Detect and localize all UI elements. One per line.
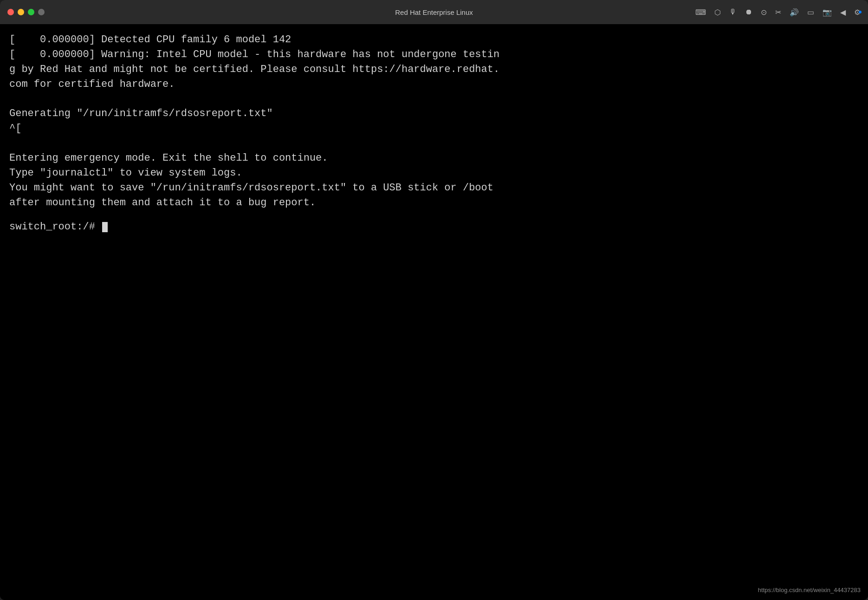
terminal-content[interactable]: [ 0.000000] Detected CPU family 6 model … xyxy=(0,24,868,600)
cursor xyxy=(102,222,108,232)
footer-url: https://blog.csdn.net/weixin_44437283 xyxy=(758,587,861,593)
disabled-button xyxy=(38,9,45,15)
camera-icon-wrapper: 📷 xyxy=(823,8,832,17)
terminal-output: [ 0.000000] Detected CPU family 6 model … xyxy=(9,33,859,210)
close-button[interactable] xyxy=(7,9,14,15)
ipad-icon[interactable]: ▭ xyxy=(807,8,814,17)
notification-dot xyxy=(859,11,862,13)
target-icon[interactable]: ⊙ xyxy=(761,8,767,17)
back-icon[interactable]: ◀ xyxy=(840,8,846,17)
cursor-space xyxy=(95,220,101,235)
maximize-button[interactable] xyxy=(28,9,34,15)
prompt-text: switch_root:/# xyxy=(9,220,95,235)
titlebar: Red Hat Enterprise Linux ⌨ ⬡ 🎙 ⏺ ⊙ ✂ 🔊 ▭… xyxy=(0,0,868,24)
camera-icon[interactable]: 📷 xyxy=(823,8,832,17)
record-icon[interactable]: ⏺ xyxy=(745,8,752,16)
keyboard-icon[interactable]: ⌨ xyxy=(695,8,706,17)
scissors-icon[interactable]: ✂ xyxy=(775,8,781,17)
titlebar-icons: ⌨ ⬡ 🎙 ⏺ ⊙ ✂ 🔊 ▭ 📷 ◀ ⚙ xyxy=(695,8,861,17)
microphone-icon[interactable]: 🎙 xyxy=(729,8,737,16)
minimize-button[interactable] xyxy=(18,9,24,15)
traffic-lights xyxy=(7,9,45,15)
prompt-line: switch_root:/# xyxy=(9,220,859,235)
window-title: Red Hat Enterprise Linux xyxy=(395,8,473,16)
settings-icon-wrapper: ⚙ xyxy=(854,8,861,17)
processor-icon[interactable]: ⬡ xyxy=(714,8,721,17)
volume-icon[interactable]: 🔊 xyxy=(790,8,799,17)
terminal-window: Red Hat Enterprise Linux ⌨ ⬡ 🎙 ⏺ ⊙ ✂ 🔊 ▭… xyxy=(0,0,868,600)
